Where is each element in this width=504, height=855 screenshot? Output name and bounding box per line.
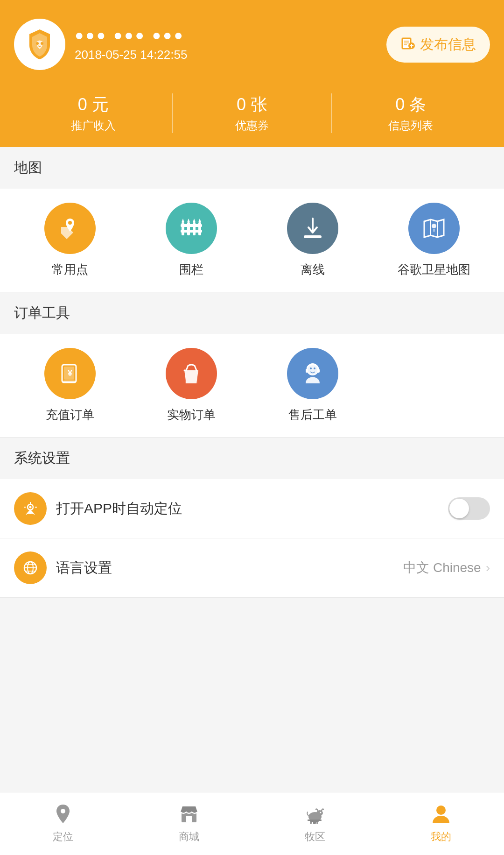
svg-point-33: [310, 367, 312, 369]
order-item-recharge[interactable]: ¥ 充值订单: [9, 348, 131, 423]
user-info: ●●● ●●● ●●● 2018-05-25 14:22:55: [14, 19, 187, 70]
nav-location-icon: [51, 802, 75, 826]
publish-btn-label: 发布信息: [420, 35, 476, 54]
avatar: [14, 19, 65, 70]
physical-icon-circle: [166, 348, 217, 399]
svg-rect-35: [306, 369, 308, 373]
offline-icon-circle: [287, 203, 338, 254]
map-item-google[interactable]: 谷歌卫星地图: [373, 203, 495, 278]
language-label: 语言设置: [56, 558, 403, 578]
language-arrow-icon: ›: [486, 560, 490, 575]
nav-mine-icon: [429, 802, 453, 826]
svg-point-34: [314, 367, 315, 369]
bottom-nav: 定位 商城: [0, 792, 504, 855]
nav-item-store[interactable]: 商城: [126, 792, 252, 855]
svg-point-38: [29, 506, 32, 509]
svg-rect-55: [313, 822, 316, 824]
svg-marker-21: [198, 219, 201, 222]
map-item-fence[interactable]: 围栏: [131, 203, 252, 278]
svg-rect-17: [181, 230, 202, 233]
fence-icon-circle: [166, 203, 217, 254]
user-details: ●●● ●●● ●●● 2018-05-25 14:22:55: [75, 27, 187, 62]
google-icon-circle: [408, 203, 460, 254]
stat-info-value: 0 条: [332, 93, 490, 116]
fence-label: 围栏: [179, 261, 203, 278]
auto-location-icon-circle: [14, 492, 47, 525]
svg-rect-46: [186, 816, 192, 822]
auto-location-toggle[interactable]: [448, 497, 490, 520]
google-label: 谷歌卫星地图: [398, 261, 470, 278]
svg-point-25: [432, 224, 436, 228]
system-section-header: 系统设置: [0, 438, 504, 479]
svg-marker-18: [182, 219, 184, 222]
svg-point-56: [436, 806, 446, 815]
order-item-aftersale[interactable]: 售后工单: [252, 348, 373, 423]
stat-coupons[interactable]: 0 张 优惠券: [173, 93, 331, 133]
user-date: 2018-05-25 14:22:55: [75, 48, 187, 62]
recharge-icon-circle: ¥: [44, 348, 96, 399]
svg-point-1: [36, 42, 39, 45]
favorites-label: 常用点: [52, 261, 88, 278]
svg-point-44: [61, 809, 65, 813]
stat-promo-label: 推广收入: [14, 118, 172, 133]
nav-location-label: 定位: [53, 830, 73, 844]
stat-promo-value: 0 元: [14, 93, 172, 116]
stat-info-list[interactable]: 0 条 信息列表: [332, 93, 490, 133]
map-item-favorites[interactable]: 常用点: [9, 203, 131, 278]
order-section-header: 订单工具: [0, 292, 504, 334]
svg-text:¥: ¥: [68, 368, 72, 378]
content-area: 地图 常用点: [0, 147, 504, 663]
nav-item-location[interactable]: 定位: [0, 792, 126, 855]
offline-label: 离线: [301, 261, 325, 278]
stat-coupon-label: 优惠券: [173, 118, 331, 133]
nav-pasture-icon: [303, 802, 327, 826]
svg-marker-19: [187, 219, 190, 222]
header: ●●● ●●● ●●● 2018-05-25 14:22:55 发布信息: [0, 0, 504, 147]
favorites-icon-circle: [44, 203, 96, 254]
svg-rect-53: [308, 820, 322, 821]
map-item-offline[interactable]: 离线: [252, 203, 373, 278]
nav-store-label: 商城: [179, 830, 199, 844]
aftersale-label: 售后工单: [288, 407, 337, 423]
svg-point-11: [68, 221, 72, 225]
language-value: 中文 Chinese: [403, 559, 481, 577]
recharge-label: 充值订单: [46, 407, 94, 423]
order-item-physical[interactable]: 实物订单: [131, 348, 252, 423]
physical-label: 实物订单: [167, 407, 216, 423]
svg-point-49: [320, 812, 322, 813]
stats-row: 0 元 推广收入 0 张 优惠券 0 条 信息列表: [14, 84, 490, 147]
language-icon-circle: [14, 551, 47, 584]
publish-icon: [400, 35, 415, 54]
publish-button[interactable]: 发布信息: [386, 27, 490, 63]
svg-rect-22: [304, 235, 322, 238]
settings-auto-location[interactable]: 打开APP时自动定位: [0, 479, 504, 538]
svg-rect-29: [63, 381, 75, 382]
map-icon-grid: 常用点 围栏: [0, 189, 504, 292]
nav-item-pasture[interactable]: 牧区: [252, 792, 378, 855]
settings-language[interactable]: 语言设置 中文 Chinese ›: [0, 538, 504, 598]
order-icon-grid: ¥ 充值订单 实物订单: [0, 334, 504, 437]
svg-rect-30: [185, 370, 197, 383]
stat-promo-income[interactable]: 0 元 推广收入: [14, 93, 173, 133]
nav-pasture-label: 牧区: [305, 830, 325, 844]
svg-rect-16: [181, 224, 202, 227]
svg-rect-36: [317, 369, 320, 373]
stat-coupon-value: 0 张: [173, 93, 331, 116]
svg-point-2: [41, 42, 43, 45]
map-section-header: 地图: [0, 147, 504, 189]
stat-info-label: 信息列表: [332, 118, 490, 133]
aftersale-icon-circle: [287, 348, 338, 399]
svg-rect-54: [310, 821, 319, 822]
header-top: ●●● ●●● ●●● 2018-05-25 14:22:55 发布信息: [14, 19, 490, 70]
svg-marker-20: [193, 219, 196, 222]
nav-mine-label: 我的: [431, 830, 451, 844]
auto-location-label: 打开APP时自动定位: [56, 499, 448, 518]
user-name: ●●● ●●● ●●●: [75, 27, 187, 44]
nav-item-mine[interactable]: 我的: [378, 792, 504, 855]
nav-store-icon: [177, 802, 201, 826]
